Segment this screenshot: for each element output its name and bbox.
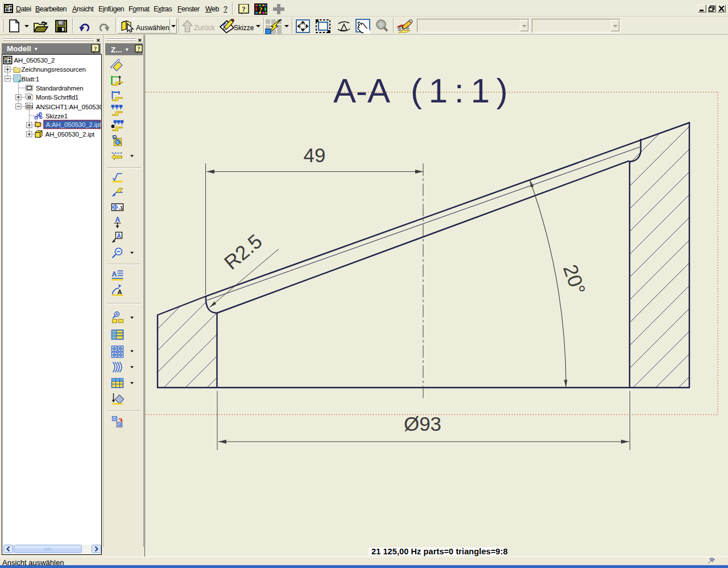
svg-text:21 125,00 Hz parts=0 triangle: 21 125,00 Hz parts=0 triangles=9:8: [371, 547, 508, 556]
svg-text:H: H: [118, 423, 121, 427]
svg-text:?: ?: [259, 6, 263, 14]
svg-text:( 1 : 1 ): ( 1 : 1 ): [411, 72, 506, 110]
svg-text:AH_050530_2.ipt: AH_050530_2.ipt: [46, 131, 95, 138]
svg-text:?: ?: [242, 5, 246, 13]
svg-text:49: 49: [304, 144, 326, 166]
svg-text:Zeichnungsressourcen: Zeichnungsressourcen: [22, 66, 86, 73]
svg-text:Blatt:1: Blatt:1: [22, 76, 40, 83]
svg-text:20°: 20°: [559, 261, 590, 297]
svg-text:Skizze1: Skizze1: [46, 113, 68, 120]
svg-text:ANSICHT1:AH_050530_2: ANSICHT1:AH_050530_2: [36, 104, 101, 110]
svg-text:A:AH_050530_2.ipt: A:AH_050530_2.ipt: [46, 121, 102, 128]
svg-text:Ø93: Ø93: [404, 413, 441, 435]
svg-text:A: A: [118, 289, 122, 295]
svg-text:?: ?: [94, 46, 97, 52]
svg-text:A: A: [115, 216, 121, 224]
svg-text:Monti-Schrtfld1: Monti-Schrtfld1: [36, 94, 78, 101]
svg-text:Standardrahmen: Standardrahmen: [36, 85, 83, 92]
svg-text:R2.5: R2.5: [220, 230, 266, 274]
svg-text:?: ?: [138, 46, 140, 52]
svg-text:A-A: A-A: [333, 72, 390, 110]
svg-text:A: A: [117, 233, 121, 239]
svg-text:1: 1: [31, 105, 33, 109]
svg-text:H: H: [113, 417, 116, 421]
svg-text:A: A: [112, 270, 117, 278]
svg-text:AH_050530_2: AH_050530_2: [14, 57, 55, 64]
svg-text:.1: .1: [119, 205, 123, 211]
